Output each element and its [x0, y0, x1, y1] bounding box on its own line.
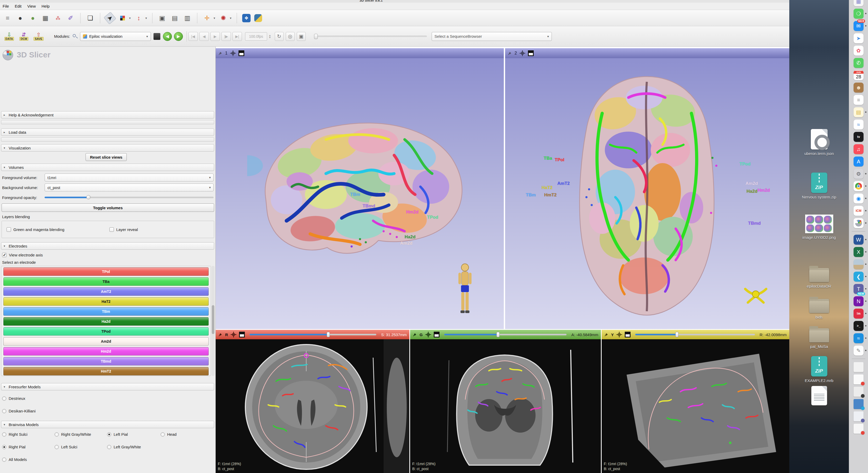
crosshair-icon[interactable] — [520, 50, 525, 56]
red-slice-header[interactable]: R S: 31.2537mm — [216, 330, 409, 339]
fps-stepper[interactable]: ▲▼ — [269, 34, 271, 38]
brainvisa-option-left-gray-white[interactable]: Left Gray/White — [107, 445, 141, 449]
freesurfer-option-destrieux[interactable]: Destrieux — [2, 396, 25, 401]
view-menu-icon[interactable] — [434, 332, 439, 337]
brush-icon[interactable]: ✐ — [66, 13, 75, 23]
dock-item-messages[interactable]: ❍ — [854, 9, 864, 19]
3d-canvas-superior[interactable]: TBa TPol AmT2 HaT2 TBm HmT2 TPod Am2d Ha… — [505, 58, 789, 329]
section-visualization[interactable]: Visualization — [1, 144, 214, 151]
crosshair-icon[interactable] — [230, 332, 237, 337]
slice-intersection-icon[interactable]: ✺ — [219, 13, 228, 23]
menu-view[interactable]: View — [27, 4, 36, 8]
foreground-opacity-slider[interactable] — [44, 197, 214, 198]
module-forward-button[interactable]: ▶ — [174, 32, 183, 41]
electrode-button-am2d[interactable]: Am2d — [3, 337, 209, 345]
dock-item-teams[interactable]: TNEW — [854, 284, 864, 294]
electrode-list-scrollbar[interactable] — [212, 266, 215, 376]
crosshair-icon[interactable] — [230, 50, 236, 56]
3d-view-2-header[interactable]: 2 — [505, 48, 789, 58]
module-back-button[interactable]: ◀ — [163, 32, 172, 41]
dock-item-excel[interactable]: X — [854, 247, 864, 257]
view-menu-icon[interactable] — [239, 50, 244, 56]
menu-file[interactable]: File — [3, 4, 9, 8]
electrode-button-hmt2[interactable]: HmT2 — [3, 367, 209, 375]
menu-help[interactable]: Help — [41, 4, 50, 8]
crosshair-icon[interactable] — [616, 332, 622, 337]
dock-minimized-window-1[interactable] — [854, 362, 864, 372]
dock-item-safari[interactable]: ◉ — [854, 194, 864, 203]
section-electrodes[interactable]: Electrodes — [1, 242, 214, 249]
electrode-button-tpol[interactable]: TPol — [3, 267, 209, 276]
pin-icon[interactable] — [604, 333, 609, 337]
desktop-file-example2[interactable]: EXAMPLE2.mrb — [789, 356, 849, 383]
axial-slice-canvas[interactable]: F: t1mri (28%) B: ct_post — [216, 339, 409, 473]
reset-slice-views-button[interactable]: Reset slice views — [86, 153, 127, 161]
dock-item-reminders[interactable]: ≡ — [854, 95, 864, 105]
dock-item-onenote[interactable]: N — [854, 296, 864, 306]
3d-view-1-header[interactable]: 1 — [216, 48, 504, 58]
module-panel-toggle[interactable] — [154, 33, 160, 40]
desikan-radio[interactable] — [2, 409, 6, 413]
view-electrode-axis-option[interactable]: View electrode axis — [2, 253, 43, 257]
sequence-snapshot-button[interactable]: ▣ — [297, 32, 306, 41]
basket-icon[interactable]: ▦ — [41, 13, 50, 23]
fiducial-color-icon[interactable] — [118, 13, 127, 23]
view-menu-icon[interactable] — [239, 332, 245, 337]
electrode-button-tbmd[interactable]: TBmd — [3, 357, 209, 366]
green-magenta-blending-option[interactable]: Green and magenta blending — [6, 227, 64, 232]
dock-minimized-window-5[interactable] — [854, 411, 864, 421]
brainvisa-option-left-pial[interactable]: Left Pial — [107, 432, 128, 437]
desktop-file-document[interactable] — [789, 386, 849, 407]
desktop-file-uberon[interactable]: uberon.term.json — [789, 129, 849, 156]
background-volume-selector[interactable]: ct_post ▾ — [44, 183, 214, 192]
slider-handle[interactable] — [327, 332, 330, 337]
layer-reveal-checkbox[interactable] — [110, 227, 114, 232]
fps-field[interactable]: 100.0fps — [245, 32, 267, 41]
mouse-mode-cursor-icon[interactable]: ➤ — [104, 12, 116, 24]
chevron-down-icon[interactable]: ▾ — [145, 16, 147, 20]
module-search-icon[interactable] — [72, 34, 78, 39]
yellow-slice-offset-slider[interactable] — [635, 334, 755, 335]
coronal-slice-canvas[interactable]: F: t1mri (28%) B: ct_post — [410, 339, 601, 473]
left-gray-white-radio[interactable] — [107, 445, 111, 449]
view-menu-icon[interactable] — [625, 332, 630, 337]
dock-item-word[interactable]: W — [854, 235, 864, 245]
foreground-volume-selector[interactable]: t1mri ▾ — [44, 174, 214, 181]
module-history-icon[interactable]: ≡ — [3, 13, 12, 23]
sequence-play-button[interactable]: ▶ — [211, 32, 220, 41]
slider-handle[interactable] — [314, 34, 318, 39]
section-help-acknowledgement[interactable]: Help & Acknowledgement — [1, 111, 214, 119]
section-volumes[interactable]: Volumes — [1, 164, 214, 171]
freesurfer-option-desikan[interactable]: Desikan-Killiani — [2, 409, 36, 413]
pin-icon[interactable] — [508, 51, 512, 55]
dock-item-contacts[interactable]: ☻ — [854, 82, 864, 93]
chevron-down-icon[interactable]: ▾ — [129, 16, 131, 20]
brainvisa-option-left-sulci[interactable]: Left Sulci — [55, 445, 78, 449]
crosshair-icon[interactable]: ✛ — [203, 13, 212, 23]
dock-item-vscode[interactable]: ❮ — [854, 272, 864, 281]
yellow-slice-header[interactable]: Y R: -42.0098mm — [602, 330, 789, 339]
electrode-button-ha2d[interactable]: Ha2d — [3, 317, 209, 326]
dock-item-apple-tv[interactable]: tv — [854, 132, 864, 142]
dock-minimized-window-6[interactable] — [854, 424, 864, 434]
scene-capture-icon[interactable]: ▥ — [183, 13, 192, 23]
sagittal-slice-canvas[interactable]: F: t1mri (28%) B: ct_post — [602, 339, 789, 473]
left-pial-radio[interactable] — [107, 432, 111, 437]
chevron-down-icon[interactable]: ▾ — [214, 16, 215, 20]
dock-item-facetime[interactable]: ✆ — [854, 58, 864, 68]
dock-item-calendar[interactable]: JUIN28 — [854, 70, 864, 80]
layer-reveal-option[interactable]: Layer reveal — [110, 227, 138, 232]
desktop-file-image[interactable]: image.UYI0O2.png — [789, 214, 849, 240]
green-slice-header[interactable]: G A: -40.5849mm — [410, 330, 601, 339]
destrieux-radio[interactable] — [2, 397, 6, 401]
head-radio[interactable] — [161, 432, 165, 437]
chevron-down-icon[interactable]: ▾ — [230, 16, 231, 20]
brainvisa-option-right-pial[interactable]: Right Pial — [2, 445, 26, 449]
left-sulci-radio[interactable] — [55, 445, 59, 449]
dock-item-photo-app[interactable] — [854, 259, 864, 269]
electrode-button-tba[interactable]: TBa — [3, 277, 209, 286]
electrode-button-tbm[interactable]: TBm — [3, 307, 209, 316]
brainvisa-option-right-sulci[interactable]: Right Sulci — [2, 432, 28, 437]
electrode-button-hat2[interactable]: HaT2 — [3, 297, 209, 306]
sequence-prev-button[interactable]: ◀ — [199, 32, 209, 41]
